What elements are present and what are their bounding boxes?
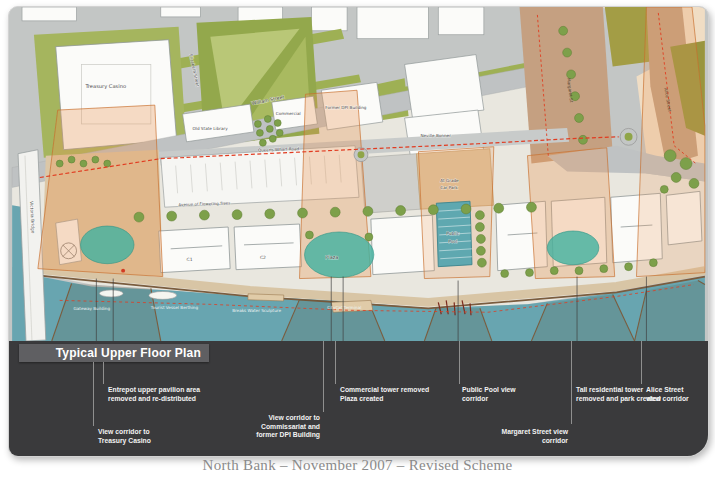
treasury-casino-label: Treasury Casino	[84, 83, 126, 90]
leader-public-pool-view	[459, 341, 460, 384]
building-c1	[159, 227, 230, 273]
c2-label: C2	[260, 255, 266, 260]
leader-entrepot	[103, 362, 104, 384]
water-sculpture-label: Breaks Water Sculpture	[232, 308, 281, 313]
annotation-public-pool-view: Public Pool view corridor	[462, 386, 516, 403]
leader-alice-view	[641, 341, 642, 384]
annotation-commercial-tower: Commercial tower removed Plaza created	[340, 386, 429, 403]
annotation-margaret-view: Margaret Street view corridor	[479, 428, 568, 445]
central-plaza-canopy	[304, 232, 373, 278]
plaza-label: Plaza	[325, 254, 338, 260]
leader-commercial-tower	[335, 341, 336, 384]
alice-view-corridor	[637, 7, 705, 277]
public-pool-label-1: Public	[446, 231, 460, 236]
citycat-terminal-label: CityCat Terminal	[327, 305, 361, 310]
annotation-panel: Typical Upper Floor Plan Entrepot upper …	[9, 341, 708, 456]
annotation-alice-view: Alice Street view corridor	[646, 386, 689, 403]
panel-title-bar: Typical Upper Floor Plan	[19, 344, 209, 362]
at-grade-label-1: At Grade	[440, 178, 459, 183]
site-plan-map: Treasury Casino Elizabeth Street William…	[9, 7, 708, 341]
plan-figure: Treasury Casino Elizabeth Street William…	[8, 6, 709, 457]
figure-caption: North Bank – November 2007 – Revised Sch…	[0, 457, 715, 474]
tourist-vessel-berthing-label: Tourist Vessel Berthing	[150, 305, 199, 310]
commercial-label: Commercial	[276, 111, 301, 116]
leader-margaret-view	[571, 341, 572, 424]
at-grade-label-2: Car Park	[440, 185, 458, 190]
red-marker	[121, 269, 125, 273]
old-state-library-label: Old State Library	[192, 126, 228, 131]
gateway-building-label: Gateway Building	[74, 306, 111, 311]
former-dpi-label: Former DPI Building	[325, 105, 367, 110]
public-pool-label-2: Pool	[448, 239, 457, 244]
c1-label: C1	[187, 257, 193, 262]
annotation-commissariat-view: View corridor to Commissariat and former…	[239, 414, 320, 440]
annotation-entrepot: Entrepot upper pavilion area removed and…	[108, 386, 200, 403]
building-c2	[234, 224, 301, 270]
leader-treasury-view	[93, 362, 94, 426]
neville-bonner-label: Neville Bonner	[420, 133, 451, 138]
east-park-canopy	[547, 231, 599, 265]
leader-commissariat-view	[323, 341, 324, 412]
west-plaza-canopy	[80, 226, 134, 264]
annotation-treasury-view: View corridor to Treasury Casino	[98, 428, 151, 445]
